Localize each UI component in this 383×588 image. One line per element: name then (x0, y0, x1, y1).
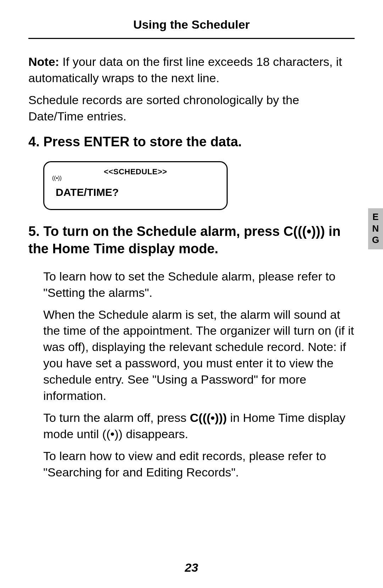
step-5-heading: 5. To turn on the Schedule alarm, press … (28, 223, 355, 258)
language-tab: E N G (368, 208, 383, 249)
step-5-para-1: To learn how to set the Schedule alarm, … (43, 268, 355, 301)
p3-e: disappears. (123, 427, 188, 441)
note-prefix: Note: (28, 55, 59, 68)
alarm-icon: ((•)) (298, 224, 320, 239)
lcd-prompt: DATE/TIME? (56, 186, 219, 198)
step-5-para-4: To learn how to view and edit records, p… (43, 448, 355, 481)
sort-paragraph: Schedule records are sorted chronologica… (28, 92, 355, 125)
page-header: Using the Scheduler (28, 18, 355, 39)
step-4-heading: 4. Press ENTER to store the data. (28, 133, 355, 151)
lang-e: E (368, 211, 383, 223)
p3-a: To turn the alarm off, press (43, 411, 190, 424)
alarm-icon: ((•)) (102, 427, 122, 441)
lang-g: G (368, 234, 383, 246)
note-text: If your data on the first line exceeds 1… (28, 55, 342, 85)
step-5-para-3: To turn the alarm off, press C(((•))) in… (43, 410, 355, 442)
lang-n: N (368, 223, 383, 234)
step-5-heading-a: 5. To turn on the Schedule alarm, press … (28, 224, 298, 239)
lcd-screen: <<SCHEDULE>> ((•)) DATE/TIME? (43, 161, 228, 210)
step-5-para-2: When the Schedule alarm is set, the alar… (43, 307, 355, 404)
alarm-icon: ((•)) (202, 411, 223, 424)
page-number: 23 (0, 561, 383, 575)
note-paragraph: Note: If your data on the first line exc… (28, 54, 355, 86)
step-5-body: To learn how to set the Schedule alarm, … (28, 268, 355, 481)
p3-b: C( (190, 411, 202, 424)
p3-c: ) (223, 411, 227, 424)
